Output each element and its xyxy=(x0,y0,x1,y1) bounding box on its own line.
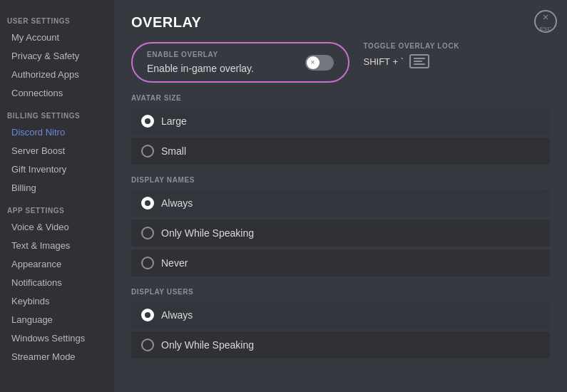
radio-small-label: Small xyxy=(161,145,186,157)
keyboard-line-1 xyxy=(414,58,425,59)
radio-users-speaking-circle xyxy=(141,339,154,351)
enable-overlay-toggle[interactable]: × xyxy=(305,55,334,71)
display-users-speaking[interactable]: Only While Speaking xyxy=(131,331,550,359)
radio-users-speaking-label: Only While Speaking xyxy=(161,339,254,351)
sidebar-item-keybinds[interactable]: Keybinds xyxy=(4,292,110,310)
sidebar-item-appearance[interactable]: Appearance xyxy=(4,255,110,273)
main-content: Overlay × ESC Enable Overlay Enable in-g… xyxy=(114,0,567,392)
avatar-size-large[interactable]: Large xyxy=(131,108,550,135)
sidebar-item-connections[interactable]: Connections xyxy=(4,84,110,102)
app-settings-label: App Settings xyxy=(0,202,114,217)
sidebar-item-text-images[interactable]: Text & Images xyxy=(4,237,110,254)
toggle-lock-row: SHIFT + ` xyxy=(364,54,551,68)
radio-large-label: Large xyxy=(161,115,187,127)
toggle-overlay-lock-label: Toggle Overlay Lock xyxy=(364,42,551,50)
display-users-always[interactable]: Always xyxy=(131,301,550,329)
enable-overlay-section: Enable Overlay Enable in-game overlay. xyxy=(147,51,298,74)
radio-names-always-label: Always xyxy=(161,197,193,209)
radio-names-never-circle xyxy=(141,257,154,269)
enable-overlay-box: Enable Overlay Enable in-game overlay. × xyxy=(131,42,349,83)
sidebar-item-my-account[interactable]: My Account xyxy=(4,29,110,46)
avatar-size-label: Avatar Size xyxy=(131,94,550,102)
radio-users-always-label: Always xyxy=(161,309,193,321)
sidebar-item-privacy-safety[interactable]: Privacy & Safety xyxy=(4,47,110,65)
close-button[interactable]: × ESC xyxy=(534,10,557,33)
display-names-never[interactable]: Never xyxy=(131,249,550,277)
keyboard-lines xyxy=(414,58,425,65)
sidebar-item-windows-settings[interactable]: Windows Settings xyxy=(4,329,110,347)
overlay-top-row: Enable Overlay Enable in-game overlay. ×… xyxy=(131,42,550,83)
radio-names-speaking-circle xyxy=(141,227,154,239)
radio-small-circle xyxy=(141,145,154,158)
sidebar-item-server-boost[interactable]: Server Boost xyxy=(4,142,110,160)
radio-names-never-label: Never xyxy=(161,257,188,269)
toggle-overlay-lock-section: Toggle Overlay Lock SHIFT + ` xyxy=(364,42,551,83)
sidebar-item-language[interactable]: Language xyxy=(4,311,110,329)
enable-overlay-label: Enable Overlay xyxy=(147,51,298,58)
display-names-always[interactable]: Always xyxy=(131,190,550,217)
close-icon: × xyxy=(543,11,548,23)
keyboard-line-2 xyxy=(414,61,422,62)
user-settings-label: User Settings xyxy=(0,13,114,28)
sidebar: User Settings My Account Privacy & Safet… xyxy=(0,0,114,392)
radio-names-always-circle xyxy=(141,197,154,210)
radio-names-speaking-label: Only While Speaking xyxy=(161,227,254,239)
keyboard-icon xyxy=(409,54,429,68)
page-title: Overlay xyxy=(131,14,550,31)
sidebar-item-voice-video[interactable]: Voice & Video xyxy=(4,218,110,236)
avatar-size-small[interactable]: Small xyxy=(131,138,550,165)
keyboard-line-3 xyxy=(414,63,425,65)
billing-settings-label: Billing Settings xyxy=(0,108,114,123)
radio-large-circle xyxy=(141,115,154,128)
sidebar-item-streamer-mode[interactable]: Streamer Mode xyxy=(4,348,110,366)
display-names-speaking[interactable]: Only While Speaking xyxy=(131,220,550,247)
sidebar-item-notifications[interactable]: Notifications xyxy=(4,274,110,292)
radio-users-always-circle xyxy=(141,309,154,321)
esc-label: ESC xyxy=(540,26,551,32)
shift-text: SHIFT + ` xyxy=(364,56,404,67)
display-users-label: Display Users xyxy=(131,288,550,296)
sidebar-item-billing[interactable]: Billing xyxy=(4,179,110,197)
sidebar-item-gift-inventory[interactable]: Gift Inventory xyxy=(4,160,110,178)
toggle-knob: × xyxy=(307,56,320,69)
enable-overlay-text: Enable in-game overlay. xyxy=(147,63,298,74)
sidebar-item-authorized-apps[interactable]: Authorized Apps xyxy=(4,66,110,83)
display-names-label: Display Names xyxy=(131,176,550,184)
sidebar-item-discord-nitro[interactable]: Discord Nitro xyxy=(4,123,110,141)
